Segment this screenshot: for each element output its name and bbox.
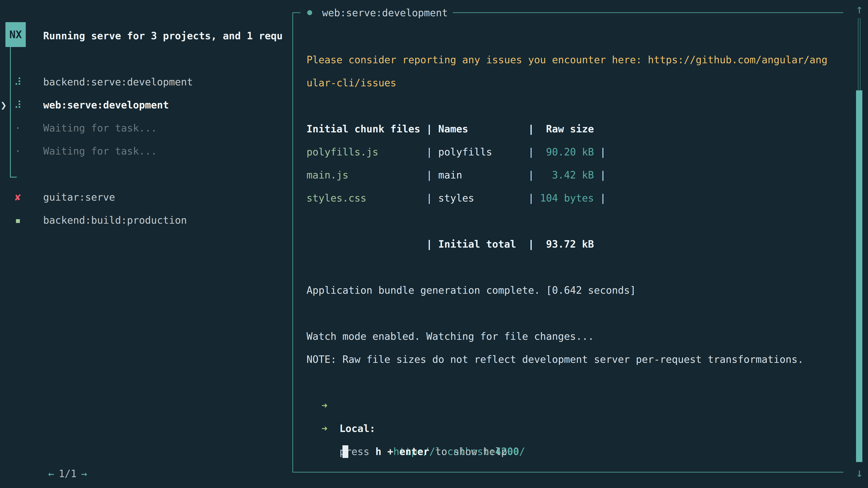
- scrollbar-thumb[interactable]: [856, 90, 862, 462]
- task-sidebar: NX Running serve for 3 projects, and 1 r…: [0, 0, 292, 488]
- task-row-waiting-1[interactable]: · Waiting for task...: [0, 117, 289, 140]
- prev-page-arrow-icon[interactable]: ←: [48, 468, 54, 480]
- chunk-table-row: styles.css | styles | 104 bytes |: [307, 187, 618, 210]
- column-separator: |: [528, 233, 534, 256]
- waiting-dot-icon: ·: [13, 140, 23, 163]
- error-x-icon: ✘: [13, 186, 23, 209]
- column-header: Names: [438, 118, 468, 140]
- task-label: backend:serve:development: [43, 70, 193, 94]
- help-hint-line: ➜ press h + enter to show help: [307, 394, 342, 417]
- column-separator: |: [600, 164, 606, 187]
- column-header: Raw size: [534, 118, 594, 140]
- watch-mode-message: Watch mode enabled. Watching for file ch…: [307, 325, 594, 348]
- initial-total-label: Initial total: [438, 233, 516, 256]
- local-server-line: ➜ Local: http://localhost:4200/: [307, 371, 342, 394]
- chunk-name-cell: polyfills: [438, 140, 492, 164]
- chunk-table-header-row: Initial chunk files | Names | Raw size: [307, 118, 618, 140]
- column-header: Initial chunk files: [307, 118, 420, 140]
- success-square-icon: ▪: [13, 209, 23, 232]
- scroll-up-arrow-icon[interactable]: ↑: [850, 0, 868, 21]
- help-hint-post: to show help: [429, 446, 507, 457]
- scroll-down-arrow-icon[interactable]: ↓: [850, 461, 868, 484]
- task-row-waiting-2[interactable]: · Waiting for task...: [0, 140, 289, 163]
- task-row-guitar-serve[interactable]: ✘ guitar:serve: [0, 186, 289, 209]
- panel-title: web:serve:development: [322, 7, 448, 19]
- chunk-size-cell: 90.20 kB: [534, 140, 594, 164]
- help-hint-text: press h + enter to show help: [340, 440, 507, 463]
- bundle-complete-message: Application bundle generation complete. …: [307, 279, 636, 302]
- task-label: Waiting for task...: [43, 117, 157, 140]
- task-list-pagination: ←1/1→: [12, 439, 87, 462]
- column-separator: |: [600, 187, 606, 210]
- nx-logo-badge: NX: [5, 22, 26, 47]
- spinner-icon: ⠼: [13, 70, 23, 94]
- column-separator: |: [528, 164, 534, 187]
- sidebar-title: Running serve for 3 projects, and 1 requ: [43, 24, 287, 47]
- column-separator: |: [426, 187, 432, 210]
- column-separator: |: [528, 187, 534, 210]
- terminal-cursor-line: [307, 417, 348, 440]
- task-label: web:serve:development: [43, 94, 169, 117]
- next-page-arrow-icon[interactable]: →: [81, 468, 87, 480]
- task-output-panel: web:serve:development Please consider re…: [292, 12, 843, 473]
- chunk-file-cell: main.js: [307, 164, 348, 187]
- url-suffix: /: [519, 446, 525, 457]
- chunk-size-cell: 3.42 kB: [534, 164, 594, 187]
- page-indicator: 1/1: [59, 468, 76, 480]
- angular-issues-notice: Please consider reporting any issues you…: [307, 48, 828, 94]
- nx-terminal-ui: NX Running serve for 3 projects, and 1 r…: [0, 0, 868, 488]
- chunk-table-row: polyfills.js | polyfills | 90.20 kB |: [307, 140, 618, 164]
- column-separator: |: [426, 140, 432, 164]
- task-label: Waiting for task...: [43, 140, 157, 163]
- column-separator: |: [528, 118, 534, 140]
- column-separator: |: [426, 164, 432, 187]
- chunk-table-total-row: | Initial total | 93.72 kB: [307, 233, 618, 256]
- chunk-file-cell: polyfills.js: [307, 140, 378, 164]
- chunk-file-cell: styles.css: [307, 187, 366, 210]
- chunk-name-cell: main: [438, 164, 462, 187]
- terminal-cursor[interactable]: [342, 445, 348, 458]
- task-label: backend:build:production: [43, 209, 187, 232]
- column-separator: |: [426, 118, 432, 140]
- chunk-name-cell: styles: [438, 187, 474, 210]
- waiting-dot-icon: ·: [13, 117, 23, 140]
- raw-size-note: NOTE: Raw file sizes do not reflect deve…: [307, 348, 804, 371]
- initial-total-size: 93.72 kB: [534, 233, 594, 256]
- column-separator: |: [600, 140, 606, 164]
- task-label: guitar:serve: [43, 186, 115, 209]
- task-row-backend-serve[interactable]: ⠼ backend:serve:development: [0, 70, 289, 94]
- column-separator: |: [528, 140, 534, 164]
- help-hint-keys: h + enter: [375, 446, 429, 457]
- task-row-web-serve[interactable]: ⠼ web:serve:development: [0, 94, 289, 117]
- spinner-icon: ⠼: [13, 94, 23, 117]
- panel-header: web:serve:development: [301, 1, 453, 24]
- status-dot-icon: [307, 10, 312, 15]
- chunk-size-cell: 104 bytes: [534, 187, 594, 210]
- chunk-table-row: main.js | main | 3.42 kB |: [307, 164, 618, 187]
- task-row-backend-build[interactable]: ▪ backend:build:production: [0, 209, 289, 232]
- column-separator: |: [426, 233, 432, 256]
